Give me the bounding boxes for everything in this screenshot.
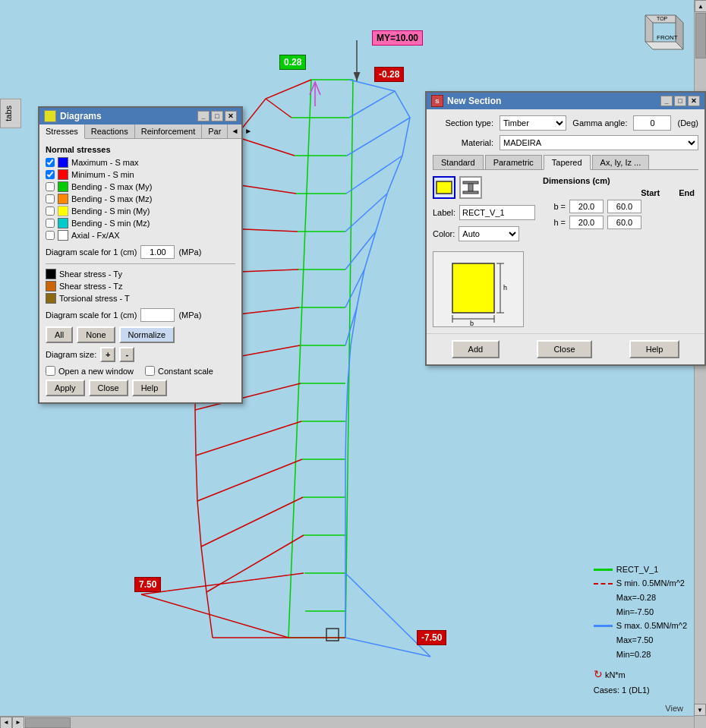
close-button[interactable]: ✕	[225, 111, 237, 121]
normalize-button[interactable]: Normalize	[119, 326, 175, 343]
svg-text:b: b	[470, 320, 474, 327]
svg-line-34	[197, 459, 302, 501]
scale-input-normal[interactable]	[140, 245, 175, 259]
dialog-bottom-buttons: Add Close Help	[427, 333, 704, 364]
tab-stresses[interactable]: Stresses	[39, 124, 85, 139]
swatch-torsional	[46, 293, 56, 304]
dialog-title: New Section	[447, 96, 501, 106]
checkbox-bend-smin-my[interactable]	[46, 206, 55, 216]
legend-line6: Max=7.50	[616, 633, 687, 648]
checkbox-new-window[interactable]	[46, 366, 55, 376]
checkbox-axial[interactable]	[46, 231, 55, 240]
swatch-s-min	[58, 169, 68, 180]
svg-line-35	[201, 497, 303, 547]
gamma-unit: (Deg)	[677, 118, 698, 128]
dialog-tab-ax[interactable]: Ax, Iy, Iz ...	[592, 155, 650, 169]
apply-button[interactable]: Apply	[46, 380, 85, 396]
label-s-min: Minimum - S min	[71, 170, 134, 179]
legend-line2: S min. 0.5MN/m^2	[616, 576, 685, 591]
svg-text:h: h	[503, 284, 507, 292]
label-input[interactable]	[459, 205, 535, 220]
all-button[interactable]: All	[46, 326, 73, 343]
checkbox-bend-smax-mz[interactable]	[46, 194, 55, 203]
svg-line-18	[349, 91, 395, 118]
minimize-button[interactable]: _	[197, 111, 210, 121]
size-plus-button[interactable]: +	[100, 347, 115, 362]
help-button[interactable]: Help	[132, 380, 168, 396]
scroll-right-arrow2[interactable]: ►	[12, 717, 24, 729]
dialog-help-btn[interactable]: Help	[629, 340, 680, 358]
svg-line-39	[141, 573, 304, 594]
legend-line4: Min=-7.50	[616, 605, 687, 619]
svg-rect-43	[326, 629, 339, 641]
gamma-input[interactable]	[633, 115, 671, 131]
scroll-down-arrow[interactable]: ▼	[694, 704, 706, 716]
dims-h-end[interactable]	[607, 216, 641, 229]
close-panel-button[interactable]: Close	[89, 380, 128, 396]
label-axial: Axial - Fx/AX	[71, 231, 120, 240]
dims-b-start[interactable]	[569, 200, 604, 213]
checkbox-bend-smax-my[interactable]	[46, 182, 55, 191]
section-type-select[interactable]: Timber	[500, 115, 566, 131]
tab-par[interactable]: Par	[202, 124, 228, 138]
maximize-button[interactable]: □	[211, 111, 223, 121]
bottom-scroll-thumb[interactable]	[25, 717, 71, 728]
tab-reinforcement[interactable]: Reinforcement	[135, 124, 203, 138]
dialog-tab-parametric[interactable]: Parametric	[485, 155, 542, 169]
tab-reactions[interactable]: Reactions	[85, 124, 135, 138]
scroll-up-arrow[interactable]: ▲	[695, 0, 706, 12]
scale-input-shear[interactable]	[140, 308, 175, 322]
main-canvas: MY=10.00 0.28 -0.28 7.50 -7.50 tabs FRON…	[0, 0, 706, 728]
scale-label-shear: Diagram scale for 1 (cm)	[46, 310, 137, 320]
svg-rect-57	[463, 191, 478, 194]
dims-b-end[interactable]	[607, 200, 641, 213]
dims-h-start[interactable]	[569, 216, 604, 229]
dims-header-start: Start	[641, 188, 660, 197]
diagram-size-label: Diagram size:	[46, 350, 96, 359]
legend-line3: Max=-0.28	[616, 591, 687, 605]
svg-text:FRONT: FRONT	[657, 34, 678, 41]
dialog-maximize[interactable]: □	[674, 96, 686, 106]
material-select[interactable]: MADEIRA	[500, 135, 698, 150]
legend-line8: kN*m	[605, 670, 626, 679]
add-button[interactable]: Add	[452, 340, 500, 358]
label-new-window: Open a new window	[58, 367, 134, 376]
size-minus-button[interactable]: -	[119, 347, 134, 362]
tab-scroll-right[interactable]: ►	[241, 124, 255, 138]
new-section-dialog: S New Section _ □ ✕ Section type: Timber…	[425, 91, 706, 366]
material-label: Material:	[433, 138, 493, 147]
swatch-bend-smin-mz	[58, 218, 68, 228]
none-button[interactable]: None	[77, 326, 115, 343]
shape-ibeam-button[interactable]	[459, 176, 482, 199]
checkbox-bend-smin-mz[interactable]	[46, 219, 55, 228]
label-torsional: Torsional stress - T	[59, 294, 130, 303]
section-drawing: h b	[433, 251, 524, 327]
scroll-thumb[interactable]	[695, 13, 706, 58]
tab-scroll-left[interactable]: ◄	[228, 124, 241, 138]
svg-line-22	[345, 232, 376, 269]
panel-titlebar: Diagrams _ □ ✕	[39, 108, 241, 124]
dialog-tab-tapered[interactable]: Tapered	[544, 155, 591, 170]
dialog-tab-standard[interactable]: Standard	[433, 155, 484, 169]
legend-line9: Cases: 1 (DL1)	[594, 683, 687, 698]
section-type-label: Section type:	[433, 118, 493, 128]
dialog-close-btn[interactable]: Close	[537, 340, 591, 358]
svg-line-0	[288, 80, 311, 638]
svg-line-45	[326, 629, 339, 641]
scale-label-normal: Diagram scale for 1 (cm)	[46, 247, 137, 257]
moment-label: MY=10.00	[372, 30, 423, 46]
scroll-left-arrow[interactable]: ◄	[0, 717, 12, 729]
shape-rect-button[interactable]	[433, 176, 455, 199]
swatch-axial	[58, 230, 68, 241]
dialog-minimize[interactable]: _	[660, 96, 673, 106]
checkbox-s-max[interactable]	[46, 158, 55, 167]
label-constant-scale: Constant scale	[158, 367, 213, 376]
svg-rect-56	[468, 184, 473, 191]
color-select[interactable]: Auto	[459, 226, 519, 241]
checkbox-constant-scale[interactable]	[145, 366, 155, 376]
label-shear-ty: Shear stress - Ty	[59, 269, 122, 279]
bottom-scrollbar[interactable]: ◄ ►	[0, 716, 694, 728]
dialog-close[interactable]: ✕	[688, 96, 700, 106]
tabs-label[interactable]: tabs	[0, 99, 21, 128]
checkbox-s-min[interactable]	[46, 170, 55, 179]
